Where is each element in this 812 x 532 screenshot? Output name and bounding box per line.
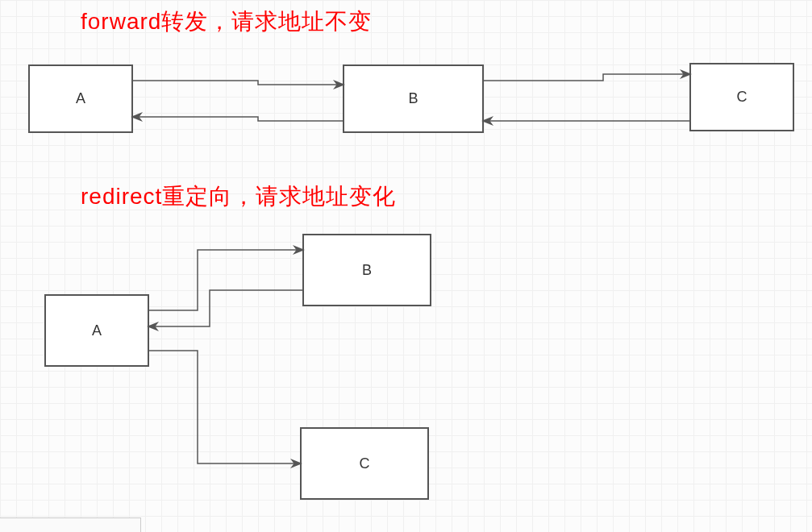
redirect-box-b: B [302,234,431,306]
arrow-forward-a-to-b [133,81,343,85]
arrow-redirect-a-to-c [149,351,300,463]
redirect-box-a: A [44,294,149,367]
forward-box-b: B [343,64,484,133]
forward-box-a: A [28,64,133,133]
arrow-redirect-a-to-b [149,250,302,310]
arrow-forward-b-to-c [484,74,689,81]
forward-box-c: C [689,63,794,131]
title-redirect: redirect重定向，请求地址变化 [81,181,396,212]
arrow-redirect-b-to-a [149,290,302,326]
redirect-box-c: C [300,427,429,500]
arrow-forward-b-to-a [133,117,343,121]
title-forward: forward转发，请求地址不变 [81,6,372,37]
bottom-toolbar-fragment [0,517,141,532]
